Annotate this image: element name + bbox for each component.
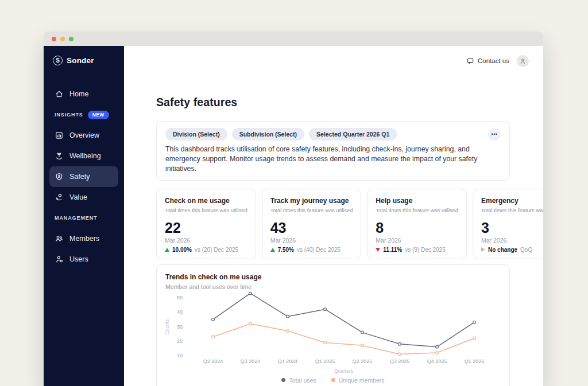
section-label: INSIGHTS (55, 112, 83, 118)
wellbeing-plant-icon (55, 151, 64, 161)
stat-card-period: Mar 2026 (165, 237, 247, 244)
trend-value: 10.00% (172, 247, 192, 253)
filter-card: Division (Select)Subdivision (Select)Sel… (156, 121, 510, 181)
safety-shield-icon (55, 172, 64, 181)
legend-item: Total uses (281, 377, 316, 384)
window-titlebar (44, 32, 543, 46)
filter-chip[interactable]: Selected Quarter 2026 Q1 (309, 128, 397, 141)
stat-card: Check on me usage Total times this featu… (156, 189, 256, 259)
sidebar-section-insights: INSIGHTS NEW (49, 104, 118, 125)
filter-chip[interactable]: Division (Select) (165, 128, 227, 141)
overview-chart-icon (55, 131, 64, 140)
stat-card-title: Emergency (481, 197, 543, 205)
stat-card-value: 43 (270, 220, 353, 236)
trend-comparison: QoQ (520, 247, 532, 253)
users-person-icon (55, 255, 64, 264)
sidebar-nav: Home INSIGHTS NEW Overview (49, 84, 118, 270)
legend-dot-icon (281, 378, 285, 382)
svg-text:Q1 2026: Q1 2026 (465, 358, 485, 364)
sidebar-item-value[interactable]: Value (49, 187, 118, 208)
person-icon (519, 57, 527, 65)
more-options-button[interactable]: ••• (488, 128, 501, 141)
svg-text:Q2 2025: Q2 2025 (353, 358, 373, 364)
svg-text:Q4 2024: Q4 2024 (278, 358, 298, 364)
svg-text:Q2 2024: Q2 2024 (203, 358, 223, 364)
filter-chip[interactable]: Subdivision (Select) (232, 128, 304, 141)
legend-label: Total uses (289, 377, 316, 384)
stat-card: Emergency Total times this feature was u… (473, 189, 543, 259)
svg-text:Q4 2025: Q4 2025 (427, 358, 447, 364)
svg-text:Counts: Counts (164, 319, 170, 334)
brand: S Sonder (49, 54, 118, 67)
sidebar-item-label: Wellbeing (69, 152, 101, 160)
svg-text:Quarters: Quarters (334, 368, 353, 374)
new-badge: NEW (88, 111, 109, 119)
stat-card: Track my journey usage Total times this … (262, 189, 362, 259)
section-label: MANAGEMENT (55, 215, 98, 221)
app-window: S Sonder Home INSIGHTS NEW (44, 32, 543, 386)
stat-card-trend: No change QoQ (481, 247, 543, 253)
trend-comparison: vs (9) Dec 2025 (405, 247, 446, 253)
contact-us-label: Contact us (478, 57, 509, 64)
stat-card-subtitle: Total times this feature was utilised (165, 208, 247, 213)
page-title: Safety features (156, 96, 510, 109)
stat-card-trend: 10.00% vs (20) Dec 2025 (165, 247, 247, 253)
sidebar-item-label: Value (69, 193, 87, 201)
members-people-icon (55, 234, 64, 243)
sidebar-item-home[interactable]: Home (49, 84, 118, 104)
sidebar-item-users[interactable]: Users (49, 249, 118, 270)
stat-card-period: Mar 2026 (270, 237, 353, 244)
sonder-logo-icon: S (53, 56, 63, 65)
trend-comparison: vs (20) Dec 2025 (195, 247, 238, 253)
trend-direction-icon (376, 248, 380, 252)
stat-card-value: 8 (376, 220, 458, 236)
sidebar-item-overview[interactable]: Overview (49, 125, 118, 146)
svg-text:Q3 2024: Q3 2024 (241, 358, 261, 364)
minimize-window-button[interactable] (60, 37, 65, 41)
sidebar: S Sonder Home INSIGHTS NEW (44, 46, 124, 386)
trend-comparison: vs (40) Dec 2025 (297, 247, 341, 253)
svg-text:Q3 2025: Q3 2025 (390, 358, 410, 364)
stat-card-subtitle: Total times this feature was utilised (376, 208, 458, 213)
stat-card-period: Mar 2026 (481, 237, 543, 244)
trend-direction-icon (165, 248, 169, 252)
sidebar-section-management: MANAGEMENT (49, 208, 118, 228)
trend-value: 7.50% (278, 247, 294, 253)
sidebar-item-label: Users (69, 255, 88, 263)
trend-value: 11.11% (383, 247, 402, 253)
chart-legend: Total usesUnique members (165, 377, 501, 384)
trend-direction-icon (270, 248, 275, 252)
sidebar-item-label: Safety (69, 173, 90, 181)
app-body: S Sonder Home INSIGHTS NEW (44, 46, 543, 386)
legend-item: Unique members (331, 377, 385, 384)
maximize-window-button[interactable] (69, 37, 74, 41)
stat-card-title: Track my journey usage (270, 197, 353, 205)
stat-cards-row: Check on me usage Total times this featu… (156, 189, 510, 259)
stat-card-trend: 11.11% vs (9) Dec 2025 (376, 247, 458, 253)
user-avatar[interactable] (517, 55, 529, 67)
stat-card-period: Mar 2026 (376, 237, 458, 244)
sidebar-item-safety[interactable]: Safety (49, 166, 118, 187)
stat-card: Help usage Total times this feature was … (367, 189, 467, 259)
trend-line-chart: 1020304050Q2 2024Q3 2024Q4 2024Q1 2025Q2… (165, 291, 501, 376)
svg-text:30: 30 (177, 323, 183, 329)
page-content: Safety features Division (Select)Subdivi… (124, 70, 543, 386)
stat-card-value: 3 (481, 220, 543, 236)
legend-label: Unique members (339, 377, 385, 384)
brand-name: Sonder (67, 56, 94, 65)
home-icon (55, 89, 64, 99)
filter-chips-row: Division (Select)Subdivision (Select)Sel… (165, 128, 501, 141)
trend-chart-card: Trends in check on me usage Member and t… (156, 264, 510, 386)
svg-text:10: 10 (177, 353, 183, 358)
topbar: Contact us (124, 46, 543, 70)
trend-value: No change (488, 247, 517, 253)
svg-text:Q1 2025: Q1 2025 (315, 358, 335, 364)
sidebar-item-members[interactable]: Members (49, 228, 118, 249)
value-hand-icon (55, 193, 64, 202)
sidebar-item-wellbeing[interactable]: Wellbeing (49, 146, 118, 166)
sidebar-item-label: Home (69, 90, 88, 98)
contact-us-button[interactable]: Contact us (466, 57, 509, 65)
sidebar-item-label: Members (69, 235, 99, 243)
close-window-button[interactable] (52, 37, 56, 41)
sidebar-item-label: Overview (69, 131, 99, 139)
